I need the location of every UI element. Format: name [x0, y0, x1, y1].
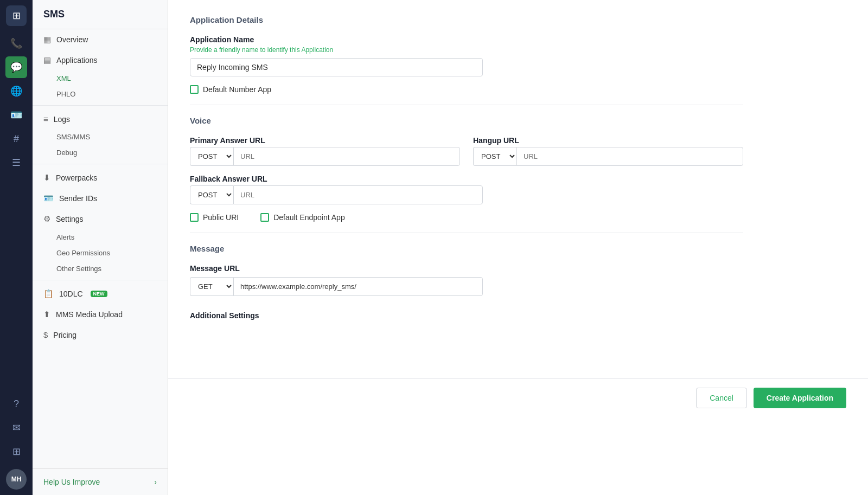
primary-method-select[interactable]: POST GET [190, 147, 233, 166]
settings-icon: ⚙ [43, 214, 50, 224]
additional-settings-label: Additional Settings [190, 311, 743, 320]
app-name-label: Application Name [190, 35, 743, 44]
hangup-url-label: Hangup URL [473, 136, 743, 145]
fallback-url-group: POST GET [190, 185, 483, 204]
message-section: Message Message URL GET POST Additional … [190, 244, 743, 320]
message-method-select[interactable]: GET POST [190, 277, 233, 296]
divider-after-voice [190, 233, 743, 233]
primary-answer-url-input[interactable] [233, 147, 460, 166]
primary-hangup-row: Primary Answer URL POST GET Hangup URL P… [190, 136, 743, 166]
nav-icon-hash[interactable]: # [5, 128, 27, 150]
sidebar-item-powerpacks-label: Powerpacks [56, 173, 97, 182]
sidebar-item-pricing[interactable]: $ Pricing [33, 325, 168, 345]
default-number-app-checkbox[interactable] [190, 85, 199, 94]
sidebar-sub-debug[interactable]: Debug [33, 145, 168, 160]
primary-answer-url-field: Primary Answer URL POST GET [190, 136, 460, 166]
message-label: Message [190, 244, 743, 253]
app-name-input[interactable] [190, 58, 483, 76]
nav-icon-phone[interactable]: 📞 [5, 33, 27, 54]
sidebar-item-overview-label: Overview [56, 35, 88, 44]
nav-icon-sms2[interactable]: ✉ [5, 417, 27, 439]
hangup-method-select[interactable]: POST GET [473, 147, 516, 166]
divider-1 [33, 105, 168, 106]
sidebar-item-pricing-label: Pricing [53, 331, 76, 339]
help-us-improve[interactable]: Help Us Improve › [33, 468, 168, 495]
fallback-method-select[interactable]: POST GET [190, 185, 233, 204]
nav-icon-help[interactable]: ? [5, 393, 27, 415]
pricing-icon: $ [43, 330, 48, 339]
icon-sidebar: ⊞ 📞 💬 🌐 🪪 # ☰ ? ✉ ⊞ MH [0, 0, 33, 495]
applications-icon: ▤ [43, 55, 51, 65]
sidebar-item-applications[interactable]: ▤ Applications [33, 50, 168, 70]
fallback-url-field: Fallback Answer URL POST GET [190, 175, 743, 204]
sidebar-sub-phlo[interactable]: PHLO [33, 86, 168, 102]
hangup-url-field: Hangup URL POST GET [473, 136, 743, 166]
sidebar-sub-alerts[interactable]: Alerts [33, 229, 168, 245]
voice-section: Voice Primary Answer URL POST GET Hangup… [190, 116, 743, 222]
nav-icon-list[interactable]: ☰ [5, 152, 27, 173]
hangup-url-group: POST GET [473, 147, 743, 166]
voice-label: Voice [190, 116, 743, 125]
new-badge: NEW [91, 291, 107, 297]
cancel-button[interactable]: Cancel [696, 388, 747, 408]
section-title: Application Details [190, 15, 743, 24]
footer-actions: Cancel Create Application [168, 378, 868, 417]
sidebar-item-mms[interactable]: ⬆ MMS Media Upload [33, 304, 168, 325]
hangup-url-input[interactable] [516, 147, 743, 166]
main-content: Application Details Application Name Pro… [168, 0, 868, 495]
message-url-group: GET POST [190, 277, 483, 296]
divider-3 [33, 280, 168, 280]
sidebar-sub-othersettings[interactable]: Other Settings [33, 261, 168, 277]
default-endpoint-checkbox[interactable] [260, 213, 269, 222]
message-url-field: Message URL GET POST [190, 264, 743, 296]
sidebar-sub-smsmms[interactable]: SMS/MMS [33, 129, 168, 145]
sidebar-sub-xml[interactable]: XML [33, 70, 168, 86]
primary-answer-url-group: POST GET [190, 147, 460, 166]
powerpacks-icon: ⬇ [43, 173, 50, 183]
sidebar-item-10dlc-label: 10DLC [59, 290, 83, 298]
sidebar-item-mms-label: MMS Media Upload [56, 310, 123, 319]
left-nav: SMS ▦ Overview ▤ Applications XML PHLO ≡… [33, 0, 168, 495]
default-endpoint-label: Default Endpoint App [273, 213, 345, 222]
nav-icon-id[interactable]: 🪪 [5, 104, 27, 126]
sidebar-item-logs-label: Logs [54, 115, 70, 124]
overview-icon: ▦ [43, 35, 51, 44]
logs-icon: ≡ [43, 114, 48, 124]
sidebar-item-overview[interactable]: ▦ Overview [33, 29, 168, 50]
mms-icon: ⬆ [43, 310, 50, 319]
sidebar-item-settings-label: Settings [56, 215, 84, 223]
sidebar-title: SMS [33, 0, 168, 29]
fallback-url-input[interactable] [233, 185, 483, 204]
divider-2 [33, 164, 168, 164]
footer-spacer [190, 320, 743, 363]
senderids-icon: 🪪 [43, 194, 54, 203]
app-logo[interactable]: ⊞ [6, 5, 27, 26]
public-uri-row: Public URI [190, 213, 239, 222]
app-name-field: Application Name Provide a friendly name… [190, 35, 743, 76]
sidebar-item-applications-label: Applications [56, 56, 98, 65]
nav-icon-sms[interactable]: 💬 [5, 56, 27, 78]
sidebar-item-powerpacks[interactable]: ⬇ Powerpacks [33, 168, 168, 188]
message-url-input[interactable] [233, 277, 483, 296]
sidebar-item-logs[interactable]: ≡ Logs [33, 109, 168, 129]
nav-icon-apps[interactable]: ⊞ [5, 441, 27, 462]
divider-after-name [190, 105, 743, 105]
10dlc-icon: 📋 [43, 289, 54, 299]
sidebar-item-senderids[interactable]: 🪪 Sender IDs [33, 188, 168, 209]
user-avatar[interactable]: MH [6, 469, 27, 490]
message-url-label: Message URL [190, 264, 743, 273]
fallback-url-label: Fallback Answer URL [190, 175, 743, 183]
sidebar-item-settings[interactable]: ⚙ Settings [33, 209, 168, 229]
default-number-app-row: Default Number App [190, 85, 743, 94]
app-name-hint: Provide a friendly name to identify this… [190, 46, 743, 54]
create-application-button[interactable]: Create Application [754, 388, 846, 408]
sidebar-sub-geopermissions[interactable]: Geo Permissions [33, 245, 168, 261]
default-number-app-label: Default Number App [203, 85, 271, 94]
public-uri-checkbox[interactable] [190, 213, 199, 222]
nav-icon-globe[interactable]: 🌐 [5, 80, 27, 102]
primary-answer-url-label: Primary Answer URL [190, 136, 460, 145]
sidebar-item-10dlc[interactable]: 📋 10DLC NEW [33, 284, 168, 304]
default-endpoint-row: Default Endpoint App [260, 213, 345, 222]
public-uri-label: Public URI [203, 213, 239, 222]
help-label: Help Us Improve [43, 478, 100, 486]
